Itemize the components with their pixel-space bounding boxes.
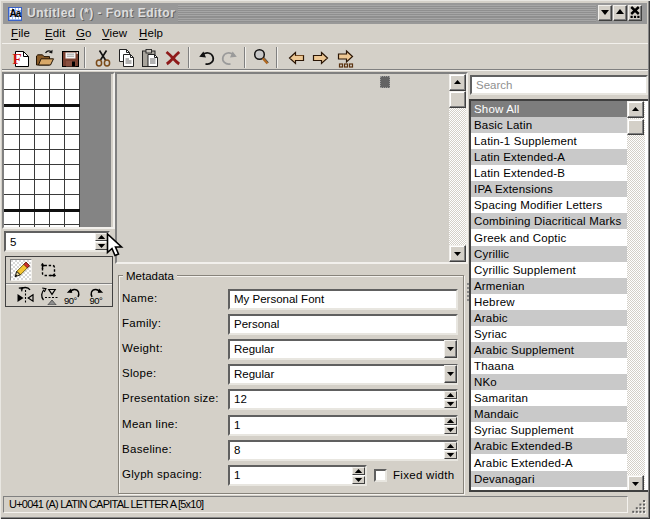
svg-text:F: F [13, 51, 22, 67]
svg-text:90°: 90° [64, 295, 78, 306]
